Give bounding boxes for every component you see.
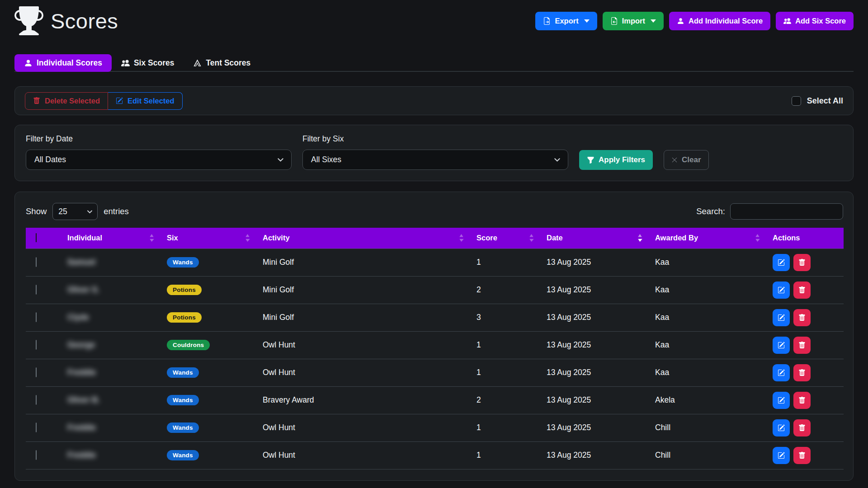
six-filter-select[interactable]: All Sixes bbox=[302, 150, 568, 170]
sort-icon bbox=[245, 234, 250, 242]
score-cell: 3 bbox=[470, 304, 540, 331]
six-cell: Couldrons bbox=[160, 331, 256, 359]
search-input[interactable] bbox=[730, 203, 843, 220]
awarded-by-cell: Chill bbox=[649, 441, 766, 469]
table-head: IndividualSixActivityScoreDateAwarded By… bbox=[26, 228, 844, 249]
awarded-by-cell: Kaa bbox=[649, 249, 766, 276]
row-edit-button[interactable] bbox=[773, 419, 790, 436]
individual-cell: Oliver B. bbox=[61, 386, 160, 414]
select-all-checkbox[interactable] bbox=[792, 96, 801, 106]
actions-cell bbox=[766, 331, 844, 359]
delete-selected-button[interactable]: Delete Selected bbox=[25, 92, 108, 110]
tab-tent-scores[interactable]: Tent Scores bbox=[184, 54, 260, 72]
individual-name: Oliver B. bbox=[67, 395, 100, 404]
six-filter-label: Filter by Six bbox=[302, 134, 568, 144]
pencil-square-icon bbox=[778, 314, 785, 321]
row-edit-button[interactable] bbox=[773, 282, 790, 299]
row-delete-button[interactable] bbox=[793, 447, 811, 464]
caret-down-icon bbox=[651, 19, 656, 23]
column-label: Date bbox=[547, 234, 563, 242]
page-size-control: Show 25 entries bbox=[26, 203, 129, 220]
page: Scores Export Import Add Individual Scor… bbox=[0, 0, 868, 481]
row-checkbox[interactable] bbox=[36, 285, 37, 295]
row-delete-button[interactable] bbox=[793, 419, 811, 436]
person-icon bbox=[24, 59, 33, 67]
column-header-activity[interactable]: Activity bbox=[256, 228, 470, 249]
table-row: ClydePotionsMini Golf313 Aug 2025Kaa bbox=[26, 304, 844, 331]
row-checkbox[interactable] bbox=[36, 422, 37, 432]
row-checkbox[interactable] bbox=[36, 257, 37, 267]
tab-individual-scores[interactable]: Individual Scores bbox=[14, 54, 112, 72]
apply-filters-label: Apply Filters bbox=[599, 155, 645, 164]
row-delete-button[interactable] bbox=[793, 364, 811, 381]
table-row: FreddieWandsOwl Hunt113 Aug 2025Kaa bbox=[26, 359, 844, 386]
column-label: Activity bbox=[263, 234, 290, 242]
pencil-square-icon bbox=[778, 342, 785, 349]
row-edit-button[interactable] bbox=[773, 392, 790, 409]
people-icon bbox=[783, 17, 791, 25]
row-edit-button[interactable] bbox=[773, 364, 790, 381]
row-select-cell bbox=[26, 276, 61, 304]
row-delete-button[interactable] bbox=[793, 337, 811, 354]
clear-filters-label: Clear bbox=[682, 155, 701, 164]
trash-icon bbox=[798, 452, 806, 459]
row-select-cell bbox=[26, 359, 61, 386]
individual-cell: Clyde bbox=[61, 304, 160, 331]
row-delete-button[interactable] bbox=[793, 392, 811, 409]
select-all-control: Select All bbox=[792, 96, 843, 106]
pencil-square-icon bbox=[778, 259, 785, 266]
person-icon bbox=[677, 17, 684, 25]
add-six-score-button[interactable]: Add Six Score bbox=[776, 12, 854, 30]
clear-filters-button[interactable]: Clear bbox=[664, 150, 709, 170]
select-all-header-checkbox[interactable] bbox=[36, 233, 37, 242]
edit-selected-button[interactable]: Edit Selected bbox=[108, 92, 183, 110]
row-checkbox[interactable] bbox=[36, 450, 37, 460]
apply-filters-button[interactable]: Apply Filters bbox=[579, 150, 653, 170]
column-header-score[interactable]: Score bbox=[470, 228, 540, 249]
actions-cell bbox=[766, 414, 844, 441]
trophy-icon bbox=[14, 6, 43, 35]
tab-six-scores[interactable]: Six Scores bbox=[112, 54, 184, 72]
date-cell: 13 Aug 2025 bbox=[540, 386, 649, 414]
trash-icon bbox=[798, 259, 806, 266]
six-cell: Wands bbox=[160, 414, 256, 441]
page-size-select[interactable]: 25 bbox=[52, 203, 98, 220]
column-label: Awarded By bbox=[655, 234, 698, 242]
six-badge: Potions bbox=[167, 285, 202, 296]
column-header-date[interactable]: Date bbox=[540, 228, 649, 249]
individual-cell: Freddie bbox=[61, 359, 160, 386]
awarded-by-cell: Akela bbox=[649, 386, 766, 414]
people-icon bbox=[121, 59, 130, 67]
column-header-six[interactable]: Six bbox=[160, 228, 256, 249]
date-filter-select[interactable]: All Dates bbox=[26, 150, 292, 170]
date-cell: 13 Aug 2025 bbox=[540, 414, 649, 441]
row-checkbox[interactable] bbox=[36, 367, 37, 377]
row-checkbox[interactable] bbox=[36, 395, 37, 405]
row-select-cell bbox=[26, 249, 61, 276]
row-checkbox[interactable] bbox=[36, 340, 37, 350]
search-label: Search: bbox=[696, 206, 725, 216]
row-edit-button[interactable] bbox=[773, 254, 790, 271]
row-delete-button[interactable] bbox=[793, 282, 811, 299]
row-select-cell bbox=[26, 441, 61, 469]
export-button[interactable]: Export bbox=[535, 12, 597, 30]
file-export-icon bbox=[543, 17, 551, 25]
row-edit-button[interactable] bbox=[773, 447, 790, 464]
column-header-awarded-by[interactable]: Awarded By bbox=[649, 228, 766, 249]
import-button[interactable]: Import bbox=[603, 12, 664, 30]
row-delete-button[interactable] bbox=[793, 309, 811, 326]
actions-cell bbox=[766, 386, 844, 414]
pencil-square-icon bbox=[778, 452, 785, 459]
row-edit-button[interactable] bbox=[773, 337, 790, 354]
add-individual-label: Add Individual Score bbox=[689, 17, 763, 25]
add-six-label: Add Six Score bbox=[795, 17, 846, 25]
scores-table: IndividualSixActivityScoreDateAwarded By… bbox=[26, 228, 844, 469]
column-header-individual[interactable]: Individual bbox=[61, 228, 160, 249]
table-row: FreddieWandsOwl Hunt113 Aug 2025Chill bbox=[26, 414, 844, 441]
row-delete-button[interactable] bbox=[793, 254, 811, 271]
awarded-by-cell: Chill bbox=[649, 414, 766, 441]
row-checkbox[interactable] bbox=[36, 312, 37, 322]
actions-cell bbox=[766, 441, 844, 469]
row-edit-button[interactable] bbox=[773, 309, 790, 326]
add-individual-score-button[interactable]: Add Individual Score bbox=[669, 12, 770, 30]
